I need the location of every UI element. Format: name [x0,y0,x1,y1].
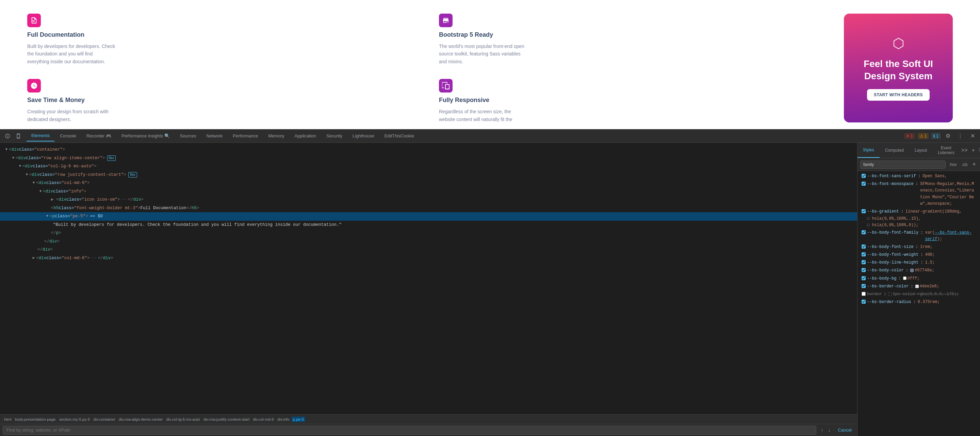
flex-badge: flex [107,155,116,161]
tree-line-selected[interactable]: ▼ <p class="pe-5" > == $0 [0,212,857,221]
breadcrumb-col-md[interactable]: div.col-md-6 [251,417,275,422]
css-prop-sans-serif: --bs-font-sans-serif : Open Sans, [858,173,980,180]
tree-arrow: ▼ [33,180,35,186]
add-style-button[interactable]: + [971,160,977,169]
more-options-button[interactable]: ⋮ [956,131,965,141]
tab-performance[interactable]: Performance [228,131,263,141]
feature-title-save-time: Save Time & Money [27,97,412,104]
tree-line[interactable]: ▼ <div class="container" > [0,146,857,154]
styles-content: --bs-font-sans-serif : Open Sans, --bs-f… [858,171,980,436]
tab-lighthouse[interactable]: Lighthouse [348,131,379,141]
tree-line[interactable]: <h5 class="font-weight-bolder mt-3" > Fu… [0,204,857,212]
tree-arrow: ▼ [19,163,21,170]
prop-checkbox[interactable] [862,292,865,296]
breadcrumb-container[interactable]: div.container [92,417,117,422]
tab-network[interactable]: Network [202,131,227,141]
styles-filter-input[interactable] [860,160,946,169]
hero-start-button[interactable]: START WITH HEADERS [867,89,930,101]
find-cancel-button[interactable]: Cancel [835,426,854,434]
tree-line[interactable]: ▶ <div class="col-md-6" > ··· </div> [0,254,857,263]
tab-event-listeners[interactable]: Event Listeners [932,143,960,158]
feature-icon-documentation [27,14,41,27]
prop-checkbox[interactable] [862,260,865,264]
tree-line[interactable]: ▼ <div class="row align-items-center" > … [0,154,857,163]
prop-checkbox[interactable] [862,174,865,178]
tab-application[interactable]: Application [290,131,321,141]
info-icon: ℹ [933,134,935,138]
breadcrumb-row[interactable]: div.row.align-items-center [118,417,164,422]
error-icon: ✕ [906,134,910,138]
feature-icon-bootstrap [439,14,453,27]
filter-cls-button[interactable]: .cls [960,162,969,168]
tree-line[interactable]: ▼ <div class="col-md-6" > [0,179,857,187]
breadcrumb-html[interactable]: html [3,417,13,422]
breadcrumb-p-pe5[interactable]: p.pe-5 [292,417,305,422]
breadcrumb-section[interactable]: section.my-5.py-5 [58,417,92,422]
prop-checkbox[interactable] [862,276,865,280]
tab-memory[interactable]: Memory [264,131,289,141]
find-next-button[interactable]: ↓ [826,426,833,434]
prop-checkbox[interactable] [862,268,865,272]
feature-desc-save-time: Creating your design from scratch with d… [27,108,116,123]
tree-line[interactable]: </div> [0,246,857,254]
prop-checkbox[interactable] [862,209,865,213]
devtools-toolbar: Elements Console Recorder 🎮 Performance … [0,129,980,143]
css-prop-gradient: --bs-gradient : linear-gradient(180deg, [858,208,980,216]
device-toggle-button[interactable] [14,131,23,141]
prop-checkbox[interactable] [862,230,865,234]
tab-sources[interactable]: Sources [175,131,201,141]
breadcrumb-info[interactable]: div.info [276,417,291,422]
html-tree[interactable]: ▼ <div class="container" > ▼ <div class=… [0,143,857,414]
inspect-element-button[interactable] [3,131,12,141]
tab-layout[interactable]: Layout [909,143,932,158]
more-tabs-button[interactable]: >> [960,147,969,154]
new-style-rule-button[interactable]: + [970,147,976,154]
feature-item-responsive: Fully Responsive Regardless of the scree… [439,79,824,123]
element-state-button[interactable] [978,147,980,154]
css-prop-border-color: --bs-border-color : #dee2e6; [858,282,980,290]
styles-tabs: Styles Computed Layout Event Listeners >… [858,143,980,158]
color-swatch [888,292,891,296]
tab-security[interactable]: Security [321,131,347,141]
find-input[interactable] [3,426,816,434]
tree-line[interactable]: ▼ <div class="row justify-content-start"… [0,171,857,179]
tab-console[interactable]: Console [55,131,81,141]
tab-performance-insights[interactable]: Performance insights 🔍 [117,131,175,141]
breadcrumb-bar: html body.presentation-page section.my-5… [0,414,857,424]
close-devtools-button[interactable]: ✕ [968,131,977,141]
prop-checkbox[interactable] [862,284,865,288]
breadcrumb-body[interactable]: body.presentation-page [14,417,57,422]
settings-button[interactable]: ⚙ [943,131,953,141]
warn-count: 1 [924,134,927,138]
prop-checkbox[interactable] [862,300,865,304]
tab-computed[interactable]: Computed [880,143,909,158]
tab-styles[interactable]: Styles [858,143,880,158]
error-badge: ✕ 1 [904,133,915,139]
link-bs-font-sans-serif[interactable]: --bs-font-sans-serif [925,230,972,241]
filter-hov-button[interactable]: :hov [948,162,958,168]
tab-editthiscookie[interactable]: EditThisCookie [380,131,419,141]
breadcrumb-row-justify[interactable]: div.row.justify-content-start [202,417,251,422]
tree-line[interactable]: ▼ <div class="col-lg-6 ms-auto" > [0,162,857,171]
store-icon [442,17,450,24]
prop-checkbox[interactable] [862,252,865,257]
flex-badge: flex [128,172,137,178]
prop-checkbox[interactable] [862,182,865,186]
color-swatch [910,269,914,272]
prop-checkbox[interactable] [862,244,865,249]
tab-recorder[interactable]: Recorder 🎮 [82,131,116,141]
find-prev-button[interactable]: ↑ [819,426,826,434]
tree-line[interactable]: ▶ <div class="icon icon-sm" > ··· </div> [0,195,857,204]
tree-line[interactable]: ▼ <div class="info" > [0,187,857,196]
breadcrumb-col-lg[interactable]: div.col-lg-6.ms-auto [165,417,202,422]
website-preview: Full Documentation Built by developers f… [0,0,980,129]
tree-arrow: ▼ [40,189,41,195]
css-prop-body-font-family: --bs-body-font-family : var(--bs-font-sa… [858,229,980,243]
tree-line[interactable]: </p> [0,229,857,237]
hero-card: ⬡ Feel the Soft UI Design System START W… [844,14,953,122]
tab-elements[interactable]: Elements [27,130,54,141]
features-grid: Full Documentation Built by developers f… [27,14,824,123]
css-prop-body-bg: --bs-body-bg : #fff; [858,275,980,282]
tree-line[interactable]: </div> [0,237,857,246]
feature-icon-save-time [27,79,41,92]
